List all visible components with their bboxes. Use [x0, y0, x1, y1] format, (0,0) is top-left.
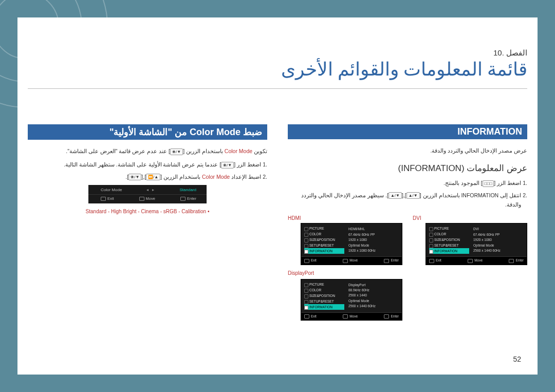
osd-menu-item: SIZE&POSITION [429, 237, 469, 242]
osd-menu-item-active: INFORMATION [429, 248, 469, 254]
osd-block-dvi: DVI PICTURE COLOR SIZE&POSITION SETUP&RE… [413, 212, 527, 265]
osd-row-1: DVI PICTURE COLOR SIZE&POSITION SETUP&RE… [288, 212, 527, 265]
updown-key-icon: ▲/▼ [406, 192, 420, 199]
osd-menu-item: PICTURE [304, 282, 344, 287]
osd-menu-item: COLOR [429, 231, 469, 237]
osd-menu-item: PICTURE [304, 226, 344, 231]
osd-panel-dvi: PICTURE COLOR SIZE&POSITION SETUP&RESET … [425, 223, 527, 265]
section-bar-colormode: ضبط Color Mode من "الشاشة الأولية" [28, 124, 267, 140]
osd-menu-item: SETUP&RESET [304, 298, 344, 304]
osd-menu: PICTURE COLOR SIZE&POSITION SETUP&RESET … [301, 223, 346, 256]
columns: INFORMATION عرض مصدر الإدخال الحالي والت… [28, 124, 527, 321]
osd-bottom-bar: Exit Move Enter [426, 256, 527, 264]
osd-info-hdmi: HDMI/MHL 67.4kHz 60Hz PP 1920 x 1080 Opt… [346, 223, 398, 256]
osd-panel-displayport: PICTURE COLOR SIZE&POSITION SETUP&RESET … [301, 279, 402, 321]
osd-menu-item-active: INFORMATION [304, 248, 344, 254]
osd-row-2: DisplayPort PICTURE COLOR SIZE&POSITION … [288, 267, 527, 321]
osd-info-displayport: DisplayPort 88.9kHz 60Hz 2560 x 1440 Opt… [346, 279, 398, 312]
info-step-2: .2 انتقل إلى INFORMATION باستخدام الزرين… [288, 191, 527, 210]
osd-menu-item: SIZE&POSITION [304, 237, 344, 242]
cm-intro: تكوين Color Mode باستخدام الزرين [❀/▼] ع… [28, 147, 267, 156]
osd-menu: PICTURE COLOR SIZE&POSITION SETUP&RESET … [426, 223, 471, 256]
page-title: قائمة المعلومات والقوائم الأخرى [28, 59, 527, 80]
osd-cm-bar: Exit Move Enter [88, 195, 207, 203]
cm-step-1: .1 اضغط الزر [❀/▼] عندما يتم عرض الشاشة … [28, 160, 267, 170]
osd-menu-item: SIZE&POSITION [304, 293, 344, 298]
osd-cm-row: Color Mode ◂ ▸ Standard [88, 185, 207, 195]
osd-colormode-panel: Color Mode ◂ ▸ Standard Exit Move Enter [88, 185, 207, 203]
osd-panel-hdmi: PICTURE COLOR SIZE&POSITION SETUP&RESET … [301, 223, 402, 265]
osd-menu: PICTURE COLOR SIZE&POSITION SETUP&RESET … [301, 279, 346, 312]
osd-label-hdmi: HDMI [288, 215, 402, 221]
header: الفصل .10 قائمة المعلومات والقوائم الأخر… [28, 48, 527, 80]
osd-info-dvi: DVI 67.4kHz 60Hz PP 1920 x 1080 Optimal … [471, 223, 523, 256]
cm-modes-list: Standard - High Bright - Cinema - sRGB -… [28, 209, 267, 214]
info-intro: عرض مصدر الإدخال الحالي والتردد والدقة. [288, 146, 527, 156]
osd-block-displayport: DisplayPort PICTURE COLOR SIZE&POSITION … [288, 267, 402, 321]
osd-menu-item: SETUP&RESET [429, 242, 469, 248]
osd-block-spacer [413, 267, 527, 321]
flower-key-icon: ❀/▼ [221, 162, 234, 169]
updown-key-icon: ▲/▼ [388, 192, 402, 199]
osd-menu-item-active: INFORMATION [304, 304, 344, 310]
info-step-1: .1 اضغط الزر [□□□] الموجود بالمنتج. [288, 179, 527, 188]
info-subhead: عرض المعلومات (INFORMATION) [288, 163, 527, 174]
flower-key-icon: ❀/▼ [170, 148, 183, 155]
osd-menu-item: COLOR [304, 287, 344, 293]
osd-menu-item: SETUP&RESET [304, 242, 344, 248]
menu-key-icon: □□□ [483, 180, 494, 187]
cm-steps: .1 اضغط الزر [❀/▼] عندما يتم عرض الشاشة … [28, 160, 267, 182]
cm-step-2: .2 اضبط الإعداد Color Mode باستخدام الزر… [28, 173, 267, 182]
flower-key-icon: ❀/▼ [128, 174, 141, 180]
osd-block-hdmi: HDMI PICTURE COLOR SIZE&POSITION SETUP&R… [288, 212, 402, 265]
osd-bottom-bar: Exit Move Enter [301, 256, 402, 264]
osd-bottom-bar: Exit Move Enter [301, 312, 402, 320]
section-bar-information: INFORMATION [288, 124, 527, 139]
arrows-icon: ◂ ▸ [146, 188, 155, 192]
nav-key-icon: ⏩/▲ [146, 174, 160, 180]
page-number: 52 [513, 355, 521, 363]
chapter-label: الفصل .10 [28, 48, 527, 58]
osd-menu-item: PICTURE [429, 226, 469, 231]
page: الفصل .10 قائمة المعلومات والقوائم الأخر… [17, 17, 538, 375]
info-steps: .1 اضغط الزر [□□□] الموجود بالمنتج. .2 ا… [288, 179, 527, 210]
osd-label-displayport: DisplayPort [288, 270, 402, 276]
osd-label-dvi: DVI [413, 215, 527, 221]
divider [28, 88, 527, 89]
osd-menu-item: COLOR [304, 231, 344, 237]
col-colormode: ضبط Color Mode من "الشاشة الأولية" تكوين… [28, 124, 267, 321]
col-information: INFORMATION عرض مصدر الإدخال الحالي والت… [288, 124, 527, 321]
